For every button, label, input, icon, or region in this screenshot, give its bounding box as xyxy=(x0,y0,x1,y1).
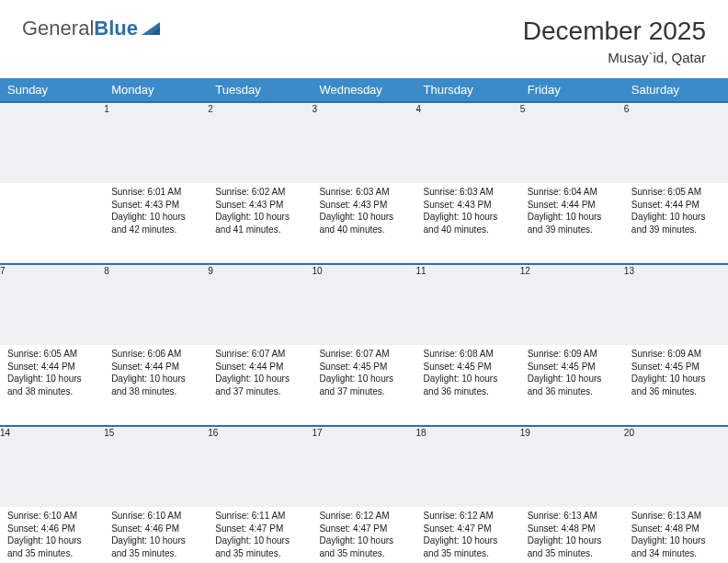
sunset-text: Sunset: 4:43 PM xyxy=(111,199,200,212)
day-number: 14 xyxy=(0,426,104,507)
daylight-text: and 35 minutes. xyxy=(424,547,513,560)
day-cell: Sunrise: 6:04 AMSunset: 4:44 PMDaylight:… xyxy=(520,183,624,264)
daylight-text: Daylight: 10 hours xyxy=(111,211,200,224)
day-number xyxy=(0,102,104,183)
daylight-text: and 39 minutes. xyxy=(631,224,721,236)
day-number-row: 123456 xyxy=(0,102,728,183)
daylight-text: and 42 minutes. xyxy=(111,224,200,236)
sunset-text: Sunset: 4:44 PM xyxy=(7,361,97,373)
day-number: 8 xyxy=(104,264,208,345)
daylight-text: Daylight: 10 hours xyxy=(528,211,617,224)
day-content-row: Sunrise: 6:05 AMSunset: 4:44 PMDaylight:… xyxy=(0,345,728,426)
sunset-text: Sunset: 4:43 PM xyxy=(215,199,304,212)
sunrise-text: Sunrise: 6:09 AM xyxy=(631,348,721,361)
sunrise-text: Sunrise: 6:10 AM xyxy=(111,510,200,523)
sunrise-text: Sunrise: 6:13 AM xyxy=(528,510,617,523)
day-cell: Sunrise: 6:07 AMSunset: 4:44 PMDaylight:… xyxy=(208,345,312,426)
day-cell: Sunrise: 6:10 AMSunset: 4:46 PMDaylight:… xyxy=(104,507,208,563)
day-content-row: Sunrise: 6:10 AMSunset: 4:46 PMDaylight:… xyxy=(0,507,728,563)
daylight-text: Daylight: 10 hours xyxy=(528,534,617,547)
sunset-text: Sunset: 4:48 PM xyxy=(631,523,721,535)
sunrise-text: Sunrise: 6:07 AM xyxy=(215,348,304,361)
sunrise-text: Sunrise: 6:07 AM xyxy=(319,348,408,361)
weekday-header: Monday xyxy=(104,78,208,102)
day-cell: Sunrise: 6:13 AMSunset: 4:48 PMDaylight:… xyxy=(624,507,728,563)
day-cell: Sunrise: 6:12 AMSunset: 4:47 PMDaylight:… xyxy=(312,507,415,563)
sunset-text: Sunset: 4:46 PM xyxy=(111,523,200,535)
sunset-text: Sunset: 4:44 PM xyxy=(215,361,304,373)
day-number: 17 xyxy=(312,426,415,507)
daylight-text: and 36 minutes. xyxy=(528,385,617,398)
day-number: 18 xyxy=(416,426,520,507)
daylight-text: and 38 minutes. xyxy=(111,385,200,398)
sunset-text: Sunset: 4:44 PM xyxy=(528,199,617,212)
brand-part2: Blue xyxy=(94,17,138,40)
sunset-text: Sunset: 4:45 PM xyxy=(528,361,617,373)
day-cell xyxy=(0,183,104,264)
sunrise-text: Sunrise: 6:12 AM xyxy=(319,510,408,523)
daylight-text: Daylight: 10 hours xyxy=(424,373,513,385)
sunset-text: Sunset: 4:44 PM xyxy=(111,361,200,373)
day-number: 4 xyxy=(416,102,520,183)
weekday-header: Friday xyxy=(520,78,624,102)
day-cell: Sunrise: 6:03 AMSunset: 4:43 PMDaylight:… xyxy=(312,183,415,264)
sunset-text: Sunset: 4:43 PM xyxy=(424,199,513,212)
weekday-header: Sunday xyxy=(0,78,104,102)
sunrise-text: Sunrise: 6:03 AM xyxy=(424,186,513,199)
day-number: 11 xyxy=(416,264,520,345)
sunset-text: Sunset: 4:47 PM xyxy=(424,523,513,535)
sunset-text: Sunset: 4:48 PM xyxy=(528,523,617,535)
daylight-text: and 35 minutes. xyxy=(111,547,200,560)
day-number: 15 xyxy=(104,426,208,507)
brand-part1: General xyxy=(22,17,94,40)
daylight-text: Daylight: 10 hours xyxy=(631,373,721,385)
sunset-text: Sunset: 4:45 PM xyxy=(319,361,408,373)
daylight-text: and 41 minutes. xyxy=(215,224,304,236)
day-cell: Sunrise: 6:13 AMSunset: 4:48 PMDaylight:… xyxy=(520,507,624,563)
day-cell: Sunrise: 6:03 AMSunset: 4:43 PMDaylight:… xyxy=(416,183,520,264)
daylight-text: and 35 minutes. xyxy=(215,547,304,560)
daylight-text: Daylight: 10 hours xyxy=(631,211,721,224)
sunset-text: Sunset: 4:44 PM xyxy=(631,199,721,212)
day-number: 10 xyxy=(312,264,415,345)
sunrise-text: Sunrise: 6:12 AM xyxy=(424,510,513,523)
daylight-text: Daylight: 10 hours xyxy=(215,373,304,385)
daylight-text: Daylight: 10 hours xyxy=(111,373,200,385)
sunrise-text: Sunrise: 6:09 AM xyxy=(528,348,617,361)
sunrise-text: Sunrise: 6:04 AM xyxy=(528,186,617,199)
day-number-row: 78910111213 xyxy=(0,264,728,345)
daylight-text: Daylight: 10 hours xyxy=(215,211,304,224)
weekday-header: Saturday xyxy=(624,78,728,102)
day-number: 19 xyxy=(520,426,624,507)
daylight-text: and 39 minutes. xyxy=(528,224,617,236)
sunset-text: Sunset: 4:46 PM xyxy=(7,523,97,535)
day-content-row: Sunrise: 6:01 AMSunset: 4:43 PMDaylight:… xyxy=(0,183,728,264)
daylight-text: Daylight: 10 hours xyxy=(7,534,97,547)
day-cell: Sunrise: 6:05 AMSunset: 4:44 PMDaylight:… xyxy=(0,345,104,426)
day-cell: Sunrise: 6:11 AMSunset: 4:47 PMDaylight:… xyxy=(208,507,312,563)
day-number: 3 xyxy=(312,102,415,183)
daylight-text: and 40 minutes. xyxy=(424,224,513,236)
sunset-text: Sunset: 4:47 PM xyxy=(319,523,408,535)
day-number: 13 xyxy=(624,264,728,345)
day-cell: Sunrise: 6:02 AMSunset: 4:43 PMDaylight:… xyxy=(208,183,312,264)
header: GeneralBlue December 2025 Musay`id, Qata… xyxy=(0,0,728,73)
day-number: 20 xyxy=(624,426,728,507)
day-cell: Sunrise: 6:09 AMSunset: 4:45 PMDaylight:… xyxy=(520,345,624,426)
sunrise-text: Sunrise: 6:06 AM xyxy=(111,348,200,361)
sunset-text: Sunset: 4:45 PM xyxy=(631,361,721,373)
weekday-header-row: Sunday Monday Tuesday Wednesday Thursday… xyxy=(0,78,728,102)
brand-logo: GeneralBlue xyxy=(22,17,162,40)
sunrise-text: Sunrise: 6:01 AM xyxy=(111,186,200,199)
day-number: 6 xyxy=(624,102,728,183)
daylight-text: and 35 minutes. xyxy=(7,547,97,560)
daylight-text: and 36 minutes. xyxy=(631,385,721,398)
sunrise-text: Sunrise: 6:05 AM xyxy=(7,348,97,361)
daylight-text: Daylight: 10 hours xyxy=(319,373,408,385)
sunrise-text: Sunrise: 6:05 AM xyxy=(631,186,721,199)
title-block: December 2025 Musay`id, Qatar xyxy=(523,17,706,65)
day-cell: Sunrise: 6:01 AMSunset: 4:43 PMDaylight:… xyxy=(104,183,208,264)
day-cell: Sunrise: 6:10 AMSunset: 4:46 PMDaylight:… xyxy=(0,507,104,563)
daylight-text: Daylight: 10 hours xyxy=(215,534,304,547)
day-cell: Sunrise: 6:05 AMSunset: 4:44 PMDaylight:… xyxy=(624,183,728,264)
